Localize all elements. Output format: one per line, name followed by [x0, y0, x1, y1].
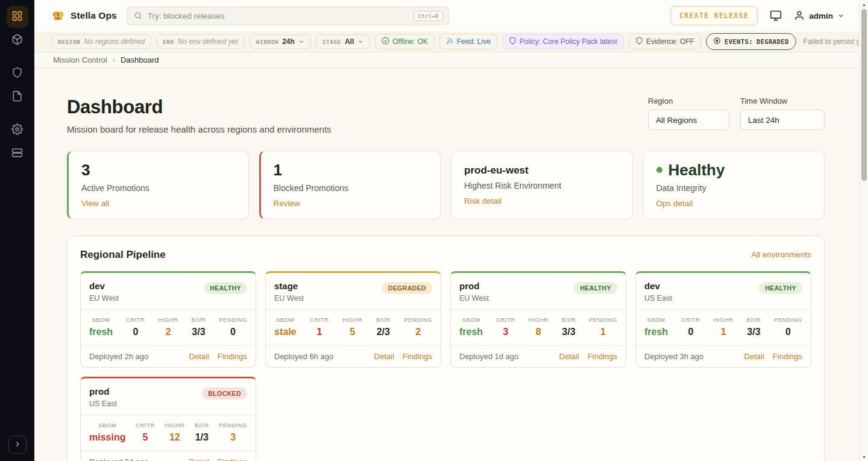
region-filter-select[interactable]: All Regions	[648, 110, 729, 130]
critr-value: 0	[126, 326, 145, 337]
time-window-filter-select[interactable]: Last 24h	[740, 110, 825, 130]
header-actions: CREATE RELEASE admin	[670, 6, 844, 25]
user-menu[interactable]: admin	[794, 10, 844, 21]
gear-icon	[11, 124, 23, 137]
bir-column-label: B/I/R	[747, 316, 761, 323]
chevron-down-icon	[357, 39, 363, 45]
detail-link[interactable]: Detail	[559, 352, 579, 361]
sbom-value: stale	[274, 326, 296, 337]
health-dot-icon	[656, 167, 662, 173]
monitor-icon[interactable]	[770, 10, 782, 22]
window-dropdown-chip[interactable]: WINDOW 24h	[250, 34, 311, 49]
pipeline-card-prod-eu-west: prod EU West HEALTHY SBOMfresh CRITR3 HI…	[450, 271, 626, 368]
evidence-status-text: Evidence: OFF	[646, 37, 694, 46]
scroll-up-arrow-icon[interactable]: ▲	[860, 0, 868, 8]
detail-link[interactable]: Detail	[189, 457, 209, 461]
breadcrumb-mission-control[interactable]: Mission Control	[53, 55, 107, 64]
region-filter-label: Region	[648, 96, 729, 105]
findings-link[interactable]: Findings	[588, 352, 617, 361]
sidebar-item-releases[interactable]	[7, 30, 28, 51]
highr-value: 5	[342, 326, 362, 337]
page-subtitle: Mission board for release health across …	[67, 124, 332, 134]
stat-value: 1	[274, 162, 428, 179]
search-input[interactable]	[148, 11, 409, 20]
risk-detail-link[interactable]: Risk detail	[464, 196, 502, 205]
main-column: Stella Ops Ctrl+K CREATE RELEASE admin	[34, 0, 859, 461]
server-icon	[11, 147, 23, 161]
region-chip-value: No regions defined	[84, 37, 145, 46]
sidebar-item-dashboard[interactable]	[7, 6, 28, 28]
shield-icon	[11, 67, 23, 81]
region-name: US East	[89, 400, 117, 408]
panel-title: Regional Pipeline	[80, 249, 166, 261]
offline-status-text: Offline: OK	[392, 37, 427, 46]
policy-status-text: Policy: Core Policy Pack latest	[520, 37, 617, 46]
stat-label: Blocked Promotions	[274, 183, 428, 193]
create-release-button[interactable]: CREATE RELEASE	[670, 6, 758, 25]
pipeline-card-stage-eu-west: stage EU West DEGRADED SBOMstale CRITR1 …	[265, 271, 441, 368]
sidebar-item-security[interactable]	[7, 63, 28, 84]
deployed-text: Deployed 6h ago	[274, 352, 333, 361]
detail-link[interactable]: Detail	[189, 352, 209, 361]
deployed-text: Deployed 2h ago	[89, 352, 148, 361]
sidebar-item-documents[interactable]	[7, 86, 28, 108]
detail-link[interactable]: Detail	[374, 352, 394, 361]
stat-value: 3	[81, 162, 236, 179]
stage-dropdown-chip[interactable]: STAGE All	[316, 34, 370, 49]
pipeline-card-prod-us-east: prod US East BLOCKED SBOMmissing CRITR5 …	[80, 377, 256, 461]
view-all-link[interactable]: View all	[81, 199, 109, 208]
environment-name: prod	[459, 281, 489, 292]
env-scope-chip[interactable]: ENV No env defined yet	[156, 34, 245, 49]
region-chip-label: REGION	[58, 39, 80, 45]
policy-status-chip[interactable]: Policy: Core Policy Pack latest	[502, 34, 624, 49]
page-header: Dashboard Mission board for release heal…	[67, 96, 825, 134]
stat-cards: 3 Active Promotions View all 1 Blocked P…	[67, 151, 825, 219]
scrollbar-thumb[interactable]	[861, 9, 867, 181]
deployed-text: Deployed 3h ago	[644, 352, 703, 361]
sidebar-item-settings[interactable]	[7, 119, 28, 141]
stage-chip-value: All	[345, 37, 354, 46]
all-environments-link[interactable]: All environments	[751, 250, 811, 259]
stat-value: prod-eu-west	[464, 162, 620, 177]
findings-link[interactable]: Findings	[773, 352, 802, 361]
region-name: EU West	[89, 294, 119, 303]
findings-link[interactable]: Findings	[218, 352, 247, 361]
highr-value: 8	[529, 326, 549, 337]
app-brand[interactable]: Stella Ops	[51, 9, 117, 23]
detail-link[interactable]: Detail	[744, 352, 764, 361]
shield-icon	[635, 37, 643, 46]
brand-name: Stella Ops	[71, 10, 117, 21]
evidence-status-chip[interactable]: Evidence: OFF	[629, 34, 701, 49]
events-status-pill[interactable]: EVENTS: DEGRADED	[706, 33, 796, 50]
butterfly-icon	[51, 9, 65, 23]
deployed-text: Deployed 1d ago	[459, 352, 518, 361]
breadcrumb: Mission Control › Dashboard	[34, 52, 859, 68]
sidebar-item-infrastructure[interactable]	[7, 143, 28, 165]
scroll-down-arrow-icon[interactable]: ▼	[860, 453, 868, 461]
status-badge: DEGRADED	[382, 282, 432, 294]
env-chip-label: ENV	[163, 39, 174, 45]
ops-detail-link[interactable]: Ops detail	[656, 199, 693, 208]
stat-label: Active Promotions	[81, 183, 236, 193]
offline-status-chip[interactable]: Offline: OK	[375, 34, 434, 49]
top-header: Stella Ops Ctrl+K CREATE RELEASE admin	[34, 0, 859, 31]
region-scope-chip[interactable]: REGION No regions defined	[51, 34, 151, 49]
events-label: EVENTS:	[725, 38, 753, 45]
events-value: DEGRADED	[756, 38, 789, 45]
sidebar-expand-button[interactable]	[8, 436, 27, 454]
findings-link[interactable]: Findings	[218, 457, 247, 461]
chevron-down-icon	[837, 12, 844, 19]
vertical-scrollbar[interactable]: ▲ ▼	[859, 0, 868, 461]
environment-name: dev	[644, 281, 672, 292]
bir-value: 1/3	[195, 431, 209, 443]
environment-name: dev	[89, 281, 119, 292]
search-bar[interactable]: Ctrl+K	[127, 7, 449, 25]
critr-column-label: CRITR	[496, 316, 515, 323]
critr-column-label: CRITR	[681, 316, 700, 323]
context-bar: REGION No regions defined ENV No env def…	[34, 31, 859, 52]
highr-value: 12	[165, 431, 184, 443]
findings-link[interactable]: Findings	[403, 352, 432, 361]
review-link[interactable]: Review	[274, 199, 300, 208]
feed-status-chip[interactable]: Feed: Live	[439, 34, 497, 49]
region-name: EU West	[459, 294, 489, 303]
